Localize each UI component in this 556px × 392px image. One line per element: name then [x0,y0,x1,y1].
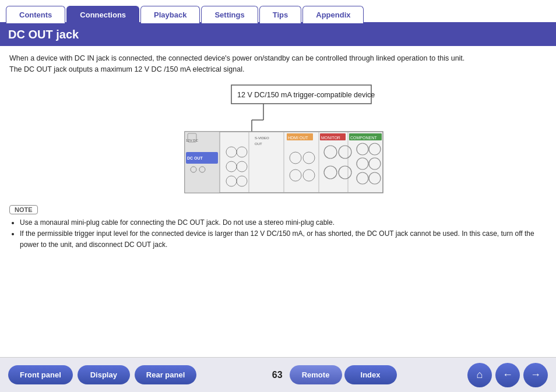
forward-icon: → [530,369,541,381]
tab-playback[interactable]: Playback [140,6,200,23]
front-panel-btn[interactable]: Front panel [8,365,73,384]
bottom-nav-left: Front panel Display Rear panel [8,365,196,384]
page-title: DC OUT jack [0,23,556,46]
svg-text:S-VIDEO: S-VIDEO [255,136,269,140]
forward-button[interactable]: → [523,363,548,387]
connection-diagram: 12 V DC/150 mA trigger-compatible device… [156,82,400,199]
tab-appendix[interactable]: Appendix [302,6,364,23]
note-list: Use a monaural mini-plug cable for conne… [9,217,547,251]
home-icon: ⌂ [477,369,483,381]
svg-text:COMPONENT: COMPONENT [350,136,377,140]
tab-contents[interactable]: Contents [6,6,65,23]
top-nav: Contents Connections Playback Settings T… [0,0,556,23]
note-item-2: If the permissible trigger input level f… [20,228,547,250]
bottom-center: 63 Remote Index [268,365,397,384]
svg-text:MONITOR: MONITOR [321,136,340,140]
back-icon: ← [502,369,513,381]
diagram-container: 12 V DC/150 mA trigger-compatible device… [156,82,400,200]
tab-tips[interactable]: Tips [259,6,302,23]
back-button[interactable]: ← [495,363,520,387]
main-content: When a device with DC IN jack is connect… [0,46,556,254]
tab-connections[interactable]: Connections [66,6,139,23]
svg-text:OUT: OUT [255,142,262,146]
svg-text:HDMI OUT: HDMI OUT [288,136,308,140]
bottom-nav-right: ⌂ ← → [467,363,548,387]
remote-btn[interactable]: Remote [290,365,342,384]
svg-text:12V DC: 12V DC [186,139,199,142]
index-btn[interactable]: Index [344,365,397,384]
svg-text:DC OUT: DC OUT [187,156,203,160]
note-badge: NOTE [9,205,38,214]
note-item-1: Use a monaural mini-plug cable for conne… [20,217,547,228]
svg-text:12 V DC/150 mA trigger-compati: 12 V DC/150 mA trigger-compatible device [237,91,375,99]
bottom-nav: Front panel Display Rear panel 63 Remote… [0,357,556,392]
description-line2: The DC OUT jack outputs a maximum 12 V D… [9,65,244,73]
home-button[interactable]: ⌂ [467,363,492,387]
description: When a device with DC IN jack is connect… [9,53,547,75]
note-section: NOTE Use a monaural mini-plug cable for … [9,205,547,251]
display-btn[interactable]: Display [78,365,130,384]
rear-panel-btn[interactable]: Rear panel [135,365,196,384]
page-number: 63 [272,370,283,380]
description-line1: When a device with DC IN jack is connect… [9,54,464,62]
tab-settings[interactable]: Settings [201,6,258,23]
